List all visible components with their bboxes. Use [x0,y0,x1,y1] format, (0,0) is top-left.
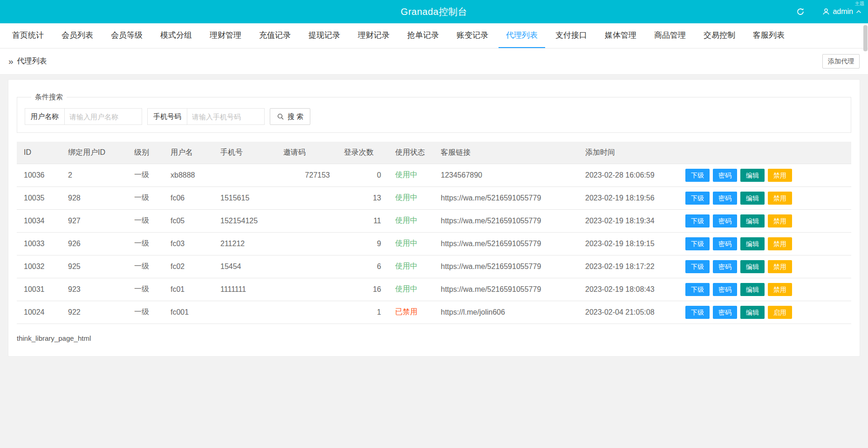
sub-level-button[interactable]: 下级 [685,306,710,319]
toggle-status-button[interactable]: 禁用 [768,214,792,227]
refresh-button[interactable] [796,7,805,16]
edit-button[interactable]: 编辑 [740,260,765,273]
debug-footer-text: think_library_page_html [17,334,851,342]
cell-phone: 15454 [213,255,276,278]
cell-username: fc03 [164,232,213,255]
column-header: 客服链接 [434,142,578,164]
nav-tab-充值记录[interactable]: 充值记录 [252,23,298,48]
password-button[interactable]: 密码 [713,306,737,319]
column-header: 邀请码 [276,142,337,164]
sub-level-button[interactable]: 下级 [685,237,710,250]
sub-level-button[interactable]: 下级 [685,260,710,273]
sub-level-button[interactable]: 下级 [685,169,710,182]
username-label: 用户名称 [25,112,64,121]
search-button[interactable]: 搜 索 [270,108,310,125]
search-legend: 条件搜索 [31,93,67,102]
edit-button[interactable]: 编辑 [740,283,765,296]
password-button[interactable]: 密码 [713,192,737,205]
edit-button[interactable]: 编辑 [740,237,765,250]
nav-tab-提现记录[interactable]: 提现记录 [301,23,348,48]
edit-button[interactable]: 编辑 [740,192,765,205]
edit-button[interactable]: 编辑 [740,169,765,182]
vertical-scrollbar[interactable] [863,25,868,51]
page-title: 代理列表 [17,56,47,66]
cell-level: 一级 [127,232,164,255]
column-header: 手机号 [213,142,276,164]
sub-level-button[interactable]: 下级 [685,283,710,296]
chevron-up-icon [856,10,861,14]
nav-tab-代理列表[interactable]: 代理列表 [499,23,545,48]
cell-level: 一级 [127,186,164,209]
nav-tab-会员等级[interactable]: 会员等级 [103,23,150,48]
column-header [678,142,851,164]
cell-status: 使用中 [388,232,434,255]
status-text: 已禁用 [395,308,417,316]
cell-login-count: 11 [337,209,388,232]
password-button[interactable]: 密码 [713,237,737,250]
cell-login-count: 9 [337,232,388,255]
breadcrumb-arrow-icon: » [8,56,14,67]
cell-invite-code [276,186,337,209]
cell-level: 一级 [127,164,164,186]
phone-input[interactable] [187,109,264,124]
cell-username: fc001 [164,301,213,324]
cell-id: 10036 [17,164,61,186]
nav-tab-客服列表[interactable]: 客服列表 [745,23,792,48]
agent-table: ID绑定用户ID级别用户名手机号邀请码登录次数使用状态客服链接添加时间 1003… [17,142,851,324]
nav-tab-理财管理[interactable]: 理财管理 [202,23,249,48]
password-button[interactable]: 密码 [713,260,737,273]
nav-tab-模式分组[interactable]: 模式分组 [153,23,199,48]
column-header: ID [17,142,61,164]
user-menu[interactable]: admin [822,7,861,16]
cell-service-link: https://wa.me/5216591055779 [434,278,578,301]
toggle-status-button[interactable]: 启用 [768,306,792,319]
table-row: 10035928一级fc06151561513使用中https://wa.me/… [17,186,851,209]
toggle-status-button[interactable]: 禁用 [768,237,792,250]
cell-invite-code [276,278,337,301]
toggle-status-button[interactable]: 禁用 [768,260,792,273]
toggle-status-button[interactable]: 禁用 [768,283,792,296]
search-fieldset: 条件搜索 用户名称 手机号码 搜 索 [17,93,851,133]
nav-tab-交易控制[interactable]: 交易控制 [696,23,743,48]
password-button[interactable]: 密码 [713,214,737,227]
cell-add-time: 2023-02-19 18:08:43 [578,278,678,301]
nav-tab-抢单记录[interactable]: 抢单记录 [400,23,446,48]
cell-actions: 下级密码编辑禁用 [678,232,851,255]
nav-tab-首页统计[interactable]: 首页统计 [5,23,51,48]
nav-tab-支付接口[interactable]: 支付接口 [548,23,595,48]
nav-tab-理财记录[interactable]: 理财记录 [350,23,397,48]
column-header: 绑定用户ID [61,142,127,164]
username-input[interactable] [64,109,142,124]
nav-tab-会员列表[interactable]: 会员列表 [54,23,101,48]
cell-login-count: 13 [337,186,388,209]
column-header: 用户名 [164,142,213,164]
add-agent-button[interactable]: 添加代理 [822,54,860,69]
password-button[interactable]: 密码 [713,283,737,296]
cell-service-link: https://wa.me/5216591055779 [434,255,578,278]
nav-tab-媒体管理[interactable]: 媒体管理 [597,23,644,48]
cell-username: fc05 [164,209,213,232]
status-text: 使用中 [395,216,417,224]
cell-status: 使用中 [388,255,434,278]
toggle-status-button[interactable]: 禁用 [768,192,792,205]
column-header: 使用状态 [388,142,434,164]
search-button-label: 搜 索 [287,112,303,121]
phone-label: 手机号码 [148,112,187,121]
cell-login-count: 0 [337,164,388,186]
edit-button[interactable]: 编辑 [740,306,765,319]
cell-invite-code [276,255,337,278]
nav-tab-商品管理[interactable]: 商品管理 [647,23,693,48]
cell-status: 使用中 [388,164,434,186]
sub-level-button[interactable]: 下级 [685,214,710,227]
cell-actions: 下级密码编辑禁用 [678,164,851,186]
nav-tab-账变记录[interactable]: 账变记录 [449,23,496,48]
cell-bind-user-id: 923 [61,278,127,301]
cell-level: 一级 [127,301,164,324]
password-button[interactable]: 密码 [713,169,737,182]
nav-tabs: 首页统计会员列表会员等级模式分组理财管理充值记录提现记录理财记录抢单记录账变记录… [0,23,868,48]
toggle-status-button[interactable]: 禁用 [768,169,792,182]
edit-button[interactable]: 编辑 [740,214,765,227]
sub-level-button[interactable]: 下级 [685,192,710,205]
username-group: 用户名称 [25,108,142,125]
cell-id: 10024 [17,301,61,324]
